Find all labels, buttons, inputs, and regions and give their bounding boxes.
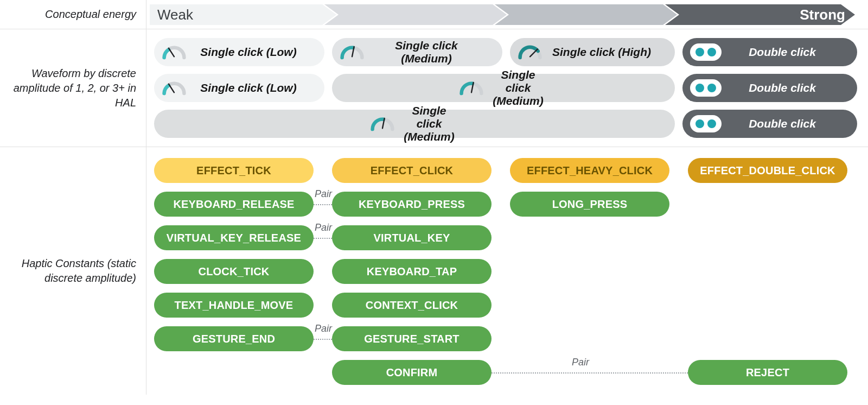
double-click-pill-2: Double click xyxy=(682,74,857,102)
single-click-med-pill: Single click (Medium) xyxy=(332,38,502,66)
double-click-text-2: Double click xyxy=(730,81,845,94)
gauge-high-icon xyxy=(518,44,542,60)
text-handle-move-chip: TEXT_HANDLE_MOVE xyxy=(154,293,314,318)
empty-cell xyxy=(688,326,847,351)
virtual-key-release-chip: VIRTUAL_KEY_RELEASE xyxy=(154,225,314,250)
single-click-low-pill-2: Single click (Low) xyxy=(154,74,324,102)
single-click-low-text: Single click (Low) xyxy=(195,46,312,59)
waveform-label-text: Waveform by discrete amplitude of 1, 2, … xyxy=(11,66,136,110)
single-click-low-text-2: Single click (Low) xyxy=(195,81,312,94)
single-click-high-text: Single click (High) xyxy=(551,46,663,59)
single-click-high-pill: Single click (High) xyxy=(510,38,675,66)
energy-label: Conceptual energy xyxy=(0,0,146,29)
double-click-text-1: Double click xyxy=(730,46,845,59)
svg-marker-1 xyxy=(324,4,507,25)
gesture-end-chip: GESTURE_END xyxy=(154,326,314,351)
single-click-med-text-2: Single click (Medium) xyxy=(493,68,543,107)
empty-cell xyxy=(510,225,669,250)
double-click-pill-3: Double click xyxy=(682,110,857,138)
keyboard-tap-chip: KEYBOARD_TAP xyxy=(332,259,492,284)
svg-marker-2 xyxy=(495,4,677,25)
svg-line-6 xyxy=(530,49,538,56)
constants-grid: EFFECT_TICK EFFECT_CLICK EFFECT_HEAVY_CL… xyxy=(154,158,858,385)
effect-heavy-click-chip: EFFECT_HEAVY_CLICK xyxy=(510,158,669,183)
empty-cell xyxy=(154,360,314,385)
constants-label: Haptic Constants (static discrete amplit… xyxy=(0,147,146,395)
reject-chip: REJECT xyxy=(688,360,847,385)
single-click-med-text: Single click (Medium) xyxy=(373,39,490,65)
arrow-strong-label: Strong xyxy=(800,0,845,29)
double-dots-icon xyxy=(690,43,722,61)
energy-arrow: Weak Strong xyxy=(146,0,868,29)
keyboard-release-chip: KEYBOARD_RELEASE xyxy=(154,192,314,217)
constants-label-text: Haptic Constants (static discrete amplit… xyxy=(11,256,136,286)
empty-cell xyxy=(510,293,669,318)
effect-click-chip: EFFECT_CLICK xyxy=(332,158,492,183)
gauge-med-icon-2 xyxy=(459,80,484,96)
single-click-med-pill-2: Single click (Medium) xyxy=(332,74,675,102)
pair-label-4: Pair xyxy=(572,357,589,368)
double-dots-icon-2 xyxy=(690,79,722,97)
empty-cell xyxy=(688,293,847,318)
empty-cell xyxy=(688,192,847,217)
empty-cell xyxy=(688,259,847,284)
single-click-low-pill: Single click (Low) xyxy=(154,38,324,66)
double-click-pill-1: Double click xyxy=(682,38,857,66)
clock-tick-chip: CLOCK_TICK xyxy=(154,259,314,284)
empty-cell xyxy=(510,259,669,284)
empty-cell xyxy=(688,225,847,250)
gauge-low-icon xyxy=(162,44,187,60)
pair-label-2: Pair xyxy=(315,222,332,233)
arrow-weak-label: Weak xyxy=(157,0,193,29)
effect-tick-chip: EFFECT_TICK xyxy=(154,158,314,183)
confirm-chip: CONFIRM xyxy=(332,360,492,385)
pair-label-3: Pair xyxy=(315,323,332,334)
effect-double-click-chip: EFFECT_DOUBLE_CLICK xyxy=(688,158,847,183)
single-click-med-text-3: Single click (Medium) xyxy=(404,104,454,143)
context-click-chip: CONTEXT_CLICK xyxy=(332,293,492,318)
virtual-key-chip: VIRTUAL_KEY xyxy=(332,225,492,250)
gauge-med-icon-3 xyxy=(370,116,395,132)
pair-label-1: Pair xyxy=(315,188,332,200)
gauge-med-icon xyxy=(340,44,365,60)
energy-label-text: Conceptual energy xyxy=(45,7,136,22)
gauge-low-icon-2 xyxy=(162,80,187,96)
double-dots-icon-3 xyxy=(690,115,722,132)
long-press-chip: LONG_PRESS xyxy=(510,192,669,217)
empty-cell xyxy=(510,326,669,351)
double-click-text-3: Double click xyxy=(730,117,845,130)
keyboard-press-chip: KEYBOARD_PRESS xyxy=(332,192,492,217)
single-click-med-pill-3: Single click (Medium) xyxy=(154,110,675,138)
waveform-label: Waveform by discrete amplitude of 1, 2, … xyxy=(0,29,146,147)
gesture-start-chip: GESTURE_START xyxy=(332,326,492,351)
